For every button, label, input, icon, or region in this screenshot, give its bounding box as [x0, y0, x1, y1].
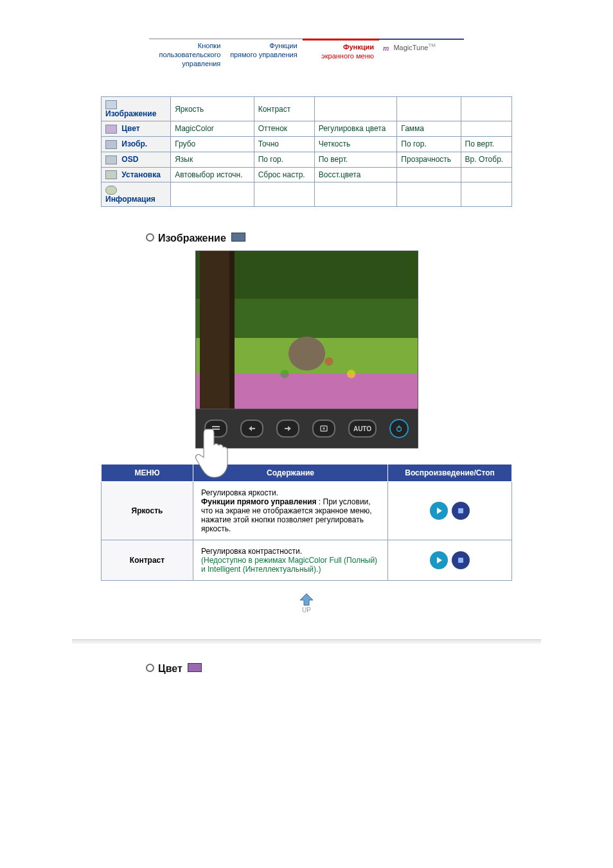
tab-sublabel: управления	[152, 60, 220, 69]
section-separator	[72, 639, 541, 644]
cell-label: Восст.цвета	[319, 170, 361, 179]
cell-label: Сброс настр.	[258, 170, 305, 179]
scroll-up-button[interactable]: UP	[298, 592, 315, 614]
osd-icon	[105, 155, 117, 164]
tab-magictune[interactable]: m MagicTuneTM	[379, 39, 464, 56]
cell-transparency[interactable]: Прозрачность	[397, 152, 461, 167]
magictune-logo-icon: m	[383, 43, 389, 53]
desc-bold: Функции прямого управления	[201, 497, 317, 506]
row-header-label: OSD	[121, 155, 138, 164]
cell-empty	[314, 182, 397, 207]
cell-contrast[interactable]: Контраст	[254, 97, 314, 121]
row-contrast-desc: Регулировка контрастности. (Недоступно в…	[193, 540, 388, 581]
up-button[interactable]	[276, 420, 299, 438]
row-header-label: Установка	[121, 170, 161, 179]
col-menu: МЕНЮ	[102, 465, 193, 482]
cell-tint[interactable]: Оттенок	[254, 121, 314, 137]
info-icon	[105, 186, 117, 195]
picture-icon	[105, 140, 117, 149]
row-header-label: Цвет	[121, 124, 139, 133]
stop-button[interactable]	[452, 551, 470, 569]
cell-label: Четкость	[319, 139, 351, 148]
svg-rect-6	[458, 558, 463, 563]
magictune-label: MagicTune	[393, 44, 428, 51]
tab-direct-functions[interactable]: Функции прямого управления	[226, 39, 302, 62]
cell-osd-vpos[interactable]: По верт.	[314, 152, 397, 167]
color-icon	[105, 125, 117, 134]
tab-label: Функции	[269, 42, 297, 49]
page: Кнопки пользовательского управления Функ…	[0, 0, 613, 675]
row-header-osd[interactable]: OSD	[102, 152, 171, 167]
play-button[interactable]	[430, 551, 448, 569]
row-header-setup[interactable]: Установка	[102, 167, 171, 182]
cell-label: По верт.	[465, 139, 494, 148]
cell-osd-hpos[interactable]: По гор.	[254, 152, 314, 167]
cell-timeout[interactable]: Вр. Отобр.	[461, 152, 511, 167]
tab-user-buttons[interactable]: Кнопки пользовательского управления	[149, 39, 226, 71]
cell-language[interactable]: Язык	[171, 152, 254, 167]
cell-label: Гамма	[401, 124, 424, 133]
image-tag-icon	[231, 233, 245, 242]
cell-hpos[interactable]: По гор.	[397, 136, 461, 152]
cell-label: Язык	[175, 155, 193, 164]
desc-note: (Недоступно в режимах MagicColor Full (П…	[201, 556, 377, 574]
cell-coloradjust[interactable]: Регулировка цвета	[314, 121, 397, 137]
row-header-color[interactable]: Цвет	[102, 121, 171, 137]
tab-osd-functions[interactable]: Функции экранного меню	[303, 39, 379, 64]
section-color-heading: Цвет	[101, 663, 512, 675]
tab-sublabel: экранного меню	[305, 52, 374, 61]
cell-sharpness[interactable]: Четкость	[314, 136, 397, 152]
enter-button[interactable]	[312, 420, 335, 438]
tab-label: Функции	[343, 43, 374, 51]
cell-fine[interactable]: Точно	[254, 136, 314, 152]
preview-screen	[195, 251, 418, 409]
cell-empty	[461, 121, 511, 137]
cell-empty	[171, 182, 254, 207]
cell-label: Грубо	[175, 139, 195, 148]
preview-wrap: AUTO	[101, 251, 512, 448]
cell-magiccolor[interactable]: MagicColor	[171, 121, 254, 137]
description-table: МЕНЮ Содержание Воспроизведение/Стоп Ярк…	[101, 464, 512, 581]
down-button[interactable]	[240, 420, 263, 438]
cell-label: Точно	[258, 139, 279, 148]
cell-empty	[254, 182, 314, 207]
section-image-heading: Изображение	[101, 233, 512, 244]
cell-reset[interactable]: Сброс настр.	[254, 167, 314, 182]
desc-line: Регулировка яркости.	[201, 488, 278, 497]
col-play: Воспроизведение/Стоп	[388, 465, 512, 482]
setup-icon	[105, 170, 117, 179]
cell-empty	[461, 97, 511, 121]
cell-vpos[interactable]: По верт.	[461, 136, 511, 152]
cell-empty	[397, 97, 461, 121]
cell-coarse[interactable]: Грубо	[171, 136, 254, 152]
auto-button[interactable]: AUTO	[348, 420, 377, 438]
power-button[interactable]	[389, 419, 409, 438]
cell-empty	[314, 97, 397, 121]
section-title: Изображение	[158, 233, 226, 244]
cell-label: Прозрачность	[401, 155, 451, 164]
tm-label: TM	[428, 42, 436, 48]
cell-autosource[interactable]: Автовыбор источн.	[171, 167, 254, 182]
cell-empty	[397, 167, 461, 182]
cell-gamma[interactable]: Гамма	[397, 121, 461, 137]
desc-line: Регулировка контрастности.	[201, 547, 302, 556]
cell-label: По верт.	[319, 155, 348, 164]
row-header-picture[interactable]: Изобр.	[102, 136, 171, 152]
up-wrap: UP	[101, 592, 512, 614]
cell-brightness[interactable]: Яркость	[171, 97, 254, 121]
row-brightness-name: Яркость	[102, 482, 193, 540]
cell-colorreset[interactable]: Восст.цвета	[314, 167, 397, 182]
control-bar: AUTO	[195, 409, 418, 448]
cell-empty	[397, 182, 461, 207]
cell-label: По гор.	[258, 155, 283, 164]
cell-label: По гор.	[401, 139, 426, 148]
row-header-image[interactable]: Изображение	[102, 97, 171, 121]
play-button[interactable]	[430, 502, 448, 520]
stop-button[interactable]	[452, 502, 470, 520]
row-header-label: Информация	[105, 195, 155, 204]
preview-scene-image	[196, 251, 418, 409]
cell-label: Регулировка цвета	[319, 124, 386, 133]
tab-sublabel: прямого управления	[228, 51, 297, 60]
row-header-info[interactable]: Информация	[102, 182, 171, 207]
cell-label: Контраст	[258, 105, 291, 114]
